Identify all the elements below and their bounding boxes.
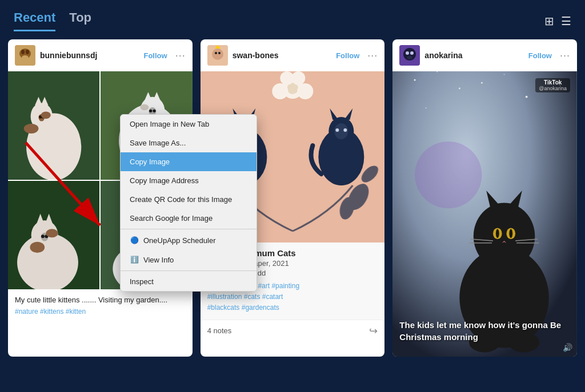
- context-open-new-tab-label: Open Image in New Tab: [130, 120, 209, 128]
- svg-point-68: [343, 128, 347, 132]
- svg-point-30: [41, 235, 45, 238]
- svg-point-21: [149, 110, 152, 112]
- svg-point-32: [46, 229, 58, 237]
- context-oneupapp-label: OneUpApp Scheduler: [143, 236, 215, 245]
- svg-point-96: [496, 229, 499, 238]
- context-inspect[interactable]: Inspect: [121, 272, 257, 291]
- card1-tags: #nature #kittens #kitten: [15, 308, 186, 316]
- card2-username[interactable]: swan-bones: [233, 51, 331, 60]
- card2-follow-button[interactable]: Follow: [336, 51, 359, 60]
- context-save-image[interactable]: Save Image As...: [121, 134, 257, 152]
- svg-point-84: [504, 74, 505, 75]
- grid-view-icon[interactable]: ⊞: [544, 14, 554, 28]
- svg-point-4: [22, 55, 29, 60]
- svg-point-79: [407, 56, 412, 59]
- card3-follow-button[interactable]: Follow: [528, 51, 552, 60]
- card2-more-button[interactable]: ···: [367, 50, 378, 62]
- card-anokarina: anokarina Follow ···: [392, 39, 577, 357]
- context-search-google[interactable]: Search Google for Image: [121, 209, 257, 228]
- card1-username[interactable]: bunniebunnsdj: [40, 51, 139, 60]
- svg-point-89: [415, 142, 482, 208]
- tab-top[interactable]: Top: [69, 10, 91, 31]
- context-menu: Open Image in New Tab Save Image As... C…: [120, 114, 257, 292]
- svg-point-23: [141, 104, 149, 111]
- header-icons: ⊞ ☰: [544, 14, 571, 28]
- card1-follow-button[interactable]: Follow: [143, 51, 167, 60]
- svg-point-2: [21, 50, 25, 54]
- list-view-icon[interactable]: ☰: [561, 14, 571, 28]
- context-inspect-label: Inspect: [130, 277, 154, 286]
- context-divider-2: [121, 270, 257, 271]
- context-save-image-label: Save Image As...: [130, 139, 186, 147]
- card1-avatar: [15, 45, 35, 66]
- svg-point-13: [41, 111, 51, 119]
- tiktok-badge: TikTok @anokarina: [535, 78, 570, 92]
- context-copy-image-label: Copy Image: [130, 157, 170, 166]
- card3-more-button[interactable]: ···: [560, 50, 570, 62]
- svg-point-83: [459, 88, 460, 90]
- context-create-qr-label: Create QR Code for this Image: [130, 195, 232, 204]
- card3-video: TikTok @anokarina The kids let me know h…: [392, 71, 577, 357]
- volume-icon[interactable]: 🔊: [563, 343, 572, 352]
- tiktok-logo-text: TikTok: [544, 79, 562, 86]
- svg-point-44: [212, 49, 223, 60]
- svg-point-87: [481, 82, 483, 84]
- oneupapp-icon: 🔵: [130, 236, 139, 245]
- card3-header: anokarina Follow ···: [392, 39, 577, 71]
- card3-video-text: The kids let me know how it's gonna Be C…: [399, 319, 570, 343]
- svg-point-67: [335, 128, 339, 132]
- context-copy-image-address-label: Copy Image Address: [130, 176, 199, 185]
- context-view-info[interactable]: ℹ️ View Info: [121, 250, 257, 269]
- info-icon: ℹ️: [130, 255, 139, 264]
- svg-point-91: [474, 203, 535, 269]
- card1-more-button[interactable]: ···: [175, 50, 186, 62]
- card1-header: bunniebunnsdj Follow ···: [8, 39, 193, 71]
- svg-point-97: [510, 229, 513, 238]
- card3-avatar: [399, 45, 420, 66]
- card1-image-1: [8, 71, 99, 180]
- header: Recent Top ⊞ ☰: [0, 0, 585, 31]
- context-divider-1: [121, 229, 257, 229]
- svg-point-14: [24, 124, 39, 134]
- svg-point-77: [406, 51, 409, 55]
- svg-point-47: [218, 52, 221, 54]
- card2-header: swan-bones Follow ···: [201, 39, 385, 71]
- svg-point-46: [215, 52, 217, 54]
- main-content: bunniebunnsdj Follow ···: [0, 31, 585, 357]
- card2-footer: 4 notes ↪: [201, 320, 385, 342]
- svg-point-54: [291, 71, 305, 85]
- card3-username[interactable]: anokarina: [424, 51, 523, 60]
- svg-point-33: [30, 242, 45, 253]
- card2-avatar: [207, 45, 228, 66]
- share-icon[interactable]: ↪: [369, 325, 378, 337]
- context-copy-image[interactable]: Copy Image: [121, 152, 257, 171]
- video-controls: 🔊: [563, 343, 572, 352]
- context-search-google-label: Search Google for Image: [130, 214, 213, 223]
- tabs: Recent Top: [14, 10, 91, 31]
- svg-point-78: [410, 51, 414, 55]
- card1-image-3: [8, 181, 99, 289]
- svg-point-85: [526, 96, 528, 98]
- context-oneupapp[interactable]: 🔵 OneUpApp Scheduler: [121, 231, 257, 250]
- svg-point-22: [153, 110, 156, 112]
- card1-post-text: My cute little kittens ....... Visiting …: [15, 295, 186, 305]
- tab-recent[interactable]: Recent: [14, 10, 55, 31]
- svg-point-52: [297, 83, 313, 99]
- context-view-info-label: View Info: [143, 256, 174, 264]
- svg-point-86: [426, 107, 427, 108]
- card2-notes-count: 4 notes: [207, 326, 232, 335]
- context-copy-image-address[interactable]: Copy Image Address: [121, 171, 257, 190]
- context-create-qr[interactable]: Create QR Code for this Image: [121, 190, 257, 209]
- card1-text: My cute little kittens ....... Visiting …: [8, 289, 193, 321]
- context-open-new-tab[interactable]: Open Image in New Tab: [121, 115, 257, 134]
- svg-point-81: [414, 79, 416, 81]
- svg-point-3: [26, 50, 29, 54]
- tiktok-username: @anokarina: [539, 86, 567, 91]
- svg-point-51: [272, 83, 288, 99]
